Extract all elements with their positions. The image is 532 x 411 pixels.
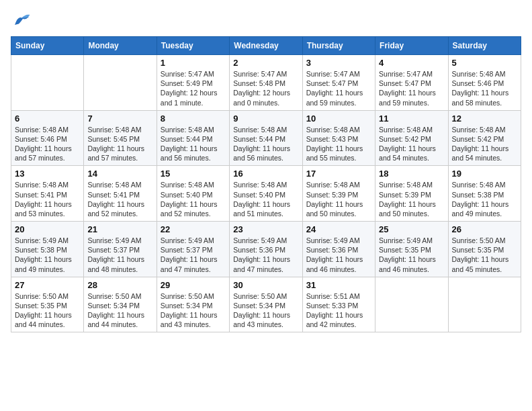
day-number: 25 xyxy=(379,224,444,234)
day-info: Sunrise: 5:47 AMSunset: 5:47 PMDaylight:… xyxy=(306,69,371,107)
calendar-cell: 4Sunrise: 5:47 AMSunset: 5:47 PMDaylight… xyxy=(375,55,448,111)
day-info: Sunrise: 5:48 AMSunset: 5:44 PMDaylight:… xyxy=(161,125,226,163)
day-number: 5 xyxy=(452,58,517,68)
day-info: Sunrise: 5:49 AMSunset: 5:35 PMDaylight:… xyxy=(379,236,444,274)
day-number: 20 xyxy=(15,224,80,234)
weekday-header: Monday xyxy=(84,37,157,55)
day-number: 4 xyxy=(379,58,444,68)
day-info: Sunrise: 5:50 AMSunset: 5:34 PMDaylight:… xyxy=(233,291,298,330)
calendar-cell: 20Sunrise: 5:49 AMSunset: 5:38 PMDayligh… xyxy=(11,222,84,277)
day-info: Sunrise: 5:48 AMSunset: 5:38 PMDaylight:… xyxy=(452,180,517,218)
day-number: 21 xyxy=(87,224,152,234)
calendar-cell: 14Sunrise: 5:48 AMSunset: 5:41 PMDayligh… xyxy=(84,166,157,222)
calendar-cell: 10Sunrise: 5:48 AMSunset: 5:43 PMDayligh… xyxy=(302,110,375,166)
day-info: Sunrise: 5:48 AMSunset: 5:41 PMDaylight:… xyxy=(15,180,80,218)
calendar-cell: 3Sunrise: 5:47 AMSunset: 5:47 PMDaylight… xyxy=(302,55,375,111)
calendar-cell: 19Sunrise: 5:48 AMSunset: 5:38 PMDayligh… xyxy=(448,166,521,222)
day-number: 19 xyxy=(452,169,517,179)
day-number: 24 xyxy=(306,224,371,234)
day-info: Sunrise: 5:49 AMSunset: 5:37 PMDaylight:… xyxy=(87,236,152,274)
day-info: Sunrise: 5:49 AMSunset: 5:36 PMDaylight:… xyxy=(233,236,298,274)
calendar-cell: 28Sunrise: 5:50 AMSunset: 5:34 PMDayligh… xyxy=(84,277,157,332)
day-number: 28 xyxy=(87,280,152,290)
day-number: 16 xyxy=(233,169,298,179)
day-info: Sunrise: 5:50 AMSunset: 5:34 PMDaylight:… xyxy=(87,291,152,330)
day-number: 17 xyxy=(306,169,371,179)
calendar-cell: 7Sunrise: 5:48 AMSunset: 5:45 PMDaylight… xyxy=(84,110,157,166)
calendar-cell xyxy=(84,55,157,111)
calendar-cell: 17Sunrise: 5:48 AMSunset: 5:39 PMDayligh… xyxy=(302,166,375,222)
calendar-cell: 11Sunrise: 5:48 AMSunset: 5:42 PMDayligh… xyxy=(375,110,448,166)
day-number: 1 xyxy=(161,58,226,68)
weekday-header: Saturday xyxy=(448,37,521,55)
calendar-cell: 23Sunrise: 5:49 AMSunset: 5:36 PMDayligh… xyxy=(230,222,302,277)
calendar-cell: 24Sunrise: 5:49 AMSunset: 5:36 PMDayligh… xyxy=(302,222,375,277)
day-number: 22 xyxy=(161,224,226,234)
calendar-cell: 31Sunrise: 5:51 AMSunset: 5:33 PMDayligh… xyxy=(302,277,375,332)
day-info: Sunrise: 5:48 AMSunset: 5:46 PMDaylight:… xyxy=(452,69,517,107)
calendar-cell: 30Sunrise: 5:50 AMSunset: 5:34 PMDayligh… xyxy=(230,277,302,332)
day-number: 29 xyxy=(161,280,226,290)
calendar-cell: 8Sunrise: 5:48 AMSunset: 5:44 PMDaylight… xyxy=(157,110,229,166)
logo-icon xyxy=(11,11,31,31)
calendar-cell: 12Sunrise: 5:48 AMSunset: 5:42 PMDayligh… xyxy=(448,110,521,166)
day-number: 30 xyxy=(233,280,298,290)
day-info: Sunrise: 5:48 AMSunset: 5:46 PMDaylight:… xyxy=(15,125,80,163)
day-info: Sunrise: 5:48 AMSunset: 5:39 PMDaylight:… xyxy=(306,180,371,218)
calendar-cell: 29Sunrise: 5:50 AMSunset: 5:34 PMDayligh… xyxy=(157,277,229,332)
day-number: 2 xyxy=(233,58,298,68)
weekday-header: Tuesday xyxy=(157,37,229,55)
day-number: 31 xyxy=(306,280,371,290)
weekday-header: Wednesday xyxy=(230,37,302,55)
day-info: Sunrise: 5:48 AMSunset: 5:42 PMDaylight:… xyxy=(379,125,444,163)
day-number: 18 xyxy=(379,169,444,179)
calendar-cell: 9Sunrise: 5:48 AMSunset: 5:44 PMDaylight… xyxy=(230,110,302,166)
calendar-cell: 6Sunrise: 5:48 AMSunset: 5:46 PMDaylight… xyxy=(11,110,84,166)
calendar-cell: 21Sunrise: 5:49 AMSunset: 5:37 PMDayligh… xyxy=(84,222,157,277)
day-info: Sunrise: 5:51 AMSunset: 5:33 PMDaylight:… xyxy=(306,291,371,330)
weekday-header: Friday xyxy=(375,37,448,55)
day-info: Sunrise: 5:48 AMSunset: 5:40 PMDaylight:… xyxy=(233,180,298,218)
calendar-cell xyxy=(448,277,521,332)
day-info: Sunrise: 5:48 AMSunset: 5:44 PMDaylight:… xyxy=(233,125,298,163)
calendar-table: SundayMondayTuesdayWednesdayThursdayFrid… xyxy=(11,36,521,332)
calendar-cell: 2Sunrise: 5:47 AMSunset: 5:48 PMDaylight… xyxy=(230,55,302,111)
day-info: Sunrise: 5:50 AMSunset: 5:35 PMDaylight:… xyxy=(15,291,80,330)
calendar-cell xyxy=(375,277,448,332)
day-info: Sunrise: 5:48 AMSunset: 5:40 PMDaylight:… xyxy=(161,180,226,218)
calendar-cell: 18Sunrise: 5:48 AMSunset: 5:39 PMDayligh… xyxy=(375,166,448,222)
calendar-cell: 16Sunrise: 5:48 AMSunset: 5:40 PMDayligh… xyxy=(230,166,302,222)
day-number: 14 xyxy=(87,169,152,179)
day-info: Sunrise: 5:48 AMSunset: 5:43 PMDaylight:… xyxy=(306,125,371,163)
day-number: 26 xyxy=(452,224,517,234)
calendar-cell: 15Sunrise: 5:48 AMSunset: 5:40 PMDayligh… xyxy=(157,166,229,222)
day-info: Sunrise: 5:50 AMSunset: 5:34 PMDaylight:… xyxy=(161,291,226,330)
calendar-cell: 22Sunrise: 5:49 AMSunset: 5:37 PMDayligh… xyxy=(157,222,229,277)
calendar-cell xyxy=(11,55,84,111)
day-info: Sunrise: 5:48 AMSunset: 5:42 PMDaylight:… xyxy=(452,125,517,163)
day-number: 13 xyxy=(15,169,80,179)
calendar-cell: 25Sunrise: 5:49 AMSunset: 5:35 PMDayligh… xyxy=(375,222,448,277)
day-info: Sunrise: 5:47 AMSunset: 5:47 PMDaylight:… xyxy=(379,69,444,107)
day-info: Sunrise: 5:47 AMSunset: 5:49 PMDaylight:… xyxy=(161,69,226,107)
calendar-cell: 26Sunrise: 5:50 AMSunset: 5:35 PMDayligh… xyxy=(448,222,521,277)
weekday-header: Sunday xyxy=(11,37,84,55)
day-number: 12 xyxy=(452,113,517,124)
calendar-cell: 27Sunrise: 5:50 AMSunset: 5:35 PMDayligh… xyxy=(11,277,84,332)
page-header xyxy=(11,11,521,31)
day-info: Sunrise: 5:49 AMSunset: 5:38 PMDaylight:… xyxy=(15,236,80,274)
day-info: Sunrise: 5:49 AMSunset: 5:36 PMDaylight:… xyxy=(306,236,371,274)
calendar-cell: 1Sunrise: 5:47 AMSunset: 5:49 PMDaylight… xyxy=(157,55,229,111)
weekday-header: Thursday xyxy=(302,37,375,55)
day-info: Sunrise: 5:47 AMSunset: 5:48 PMDaylight:… xyxy=(233,69,298,107)
day-number: 7 xyxy=(87,113,152,124)
day-info: Sunrise: 5:48 AMSunset: 5:39 PMDaylight:… xyxy=(379,180,444,218)
day-number: 3 xyxy=(306,58,371,68)
day-info: Sunrise: 5:50 AMSunset: 5:35 PMDaylight:… xyxy=(452,236,517,274)
day-number: 15 xyxy=(161,169,226,179)
day-info: Sunrise: 5:48 AMSunset: 5:45 PMDaylight:… xyxy=(87,125,152,163)
day-number: 8 xyxy=(161,113,226,124)
day-info: Sunrise: 5:48 AMSunset: 5:41 PMDaylight:… xyxy=(87,180,152,218)
day-info: Sunrise: 5:49 AMSunset: 5:37 PMDaylight:… xyxy=(161,236,226,274)
calendar-cell: 13Sunrise: 5:48 AMSunset: 5:41 PMDayligh… xyxy=(11,166,84,222)
